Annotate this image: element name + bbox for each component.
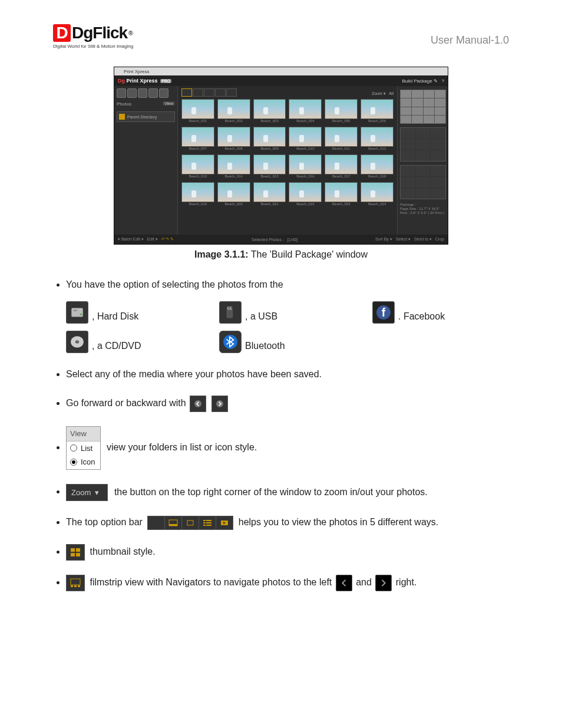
- bullet-select-media: Select any of the media where your photo…: [66, 367, 509, 381]
- svg-rect-25: [71, 579, 80, 585]
- bullet-filmstrip: filmstrip view with Navigators to naviga…: [66, 575, 509, 591]
- svg-rect-27: [74, 585, 77, 587]
- bluetooth-icon: [219, 331, 242, 353]
- svg-rect-26: [71, 585, 73, 587]
- window-titlebar: Print Xpress: [114, 67, 448, 75]
- thumb-grid: Beach_001 Beach_002 Beach_003 Beach_004 …: [181, 99, 394, 207]
- view-dropdown: View List Icon: [66, 426, 101, 470]
- build-package-screenshot: Print Xpress Dg Print Xpress PRO Build P…: [114, 67, 448, 245]
- zoom-button: Zoom ▾: [66, 484, 108, 502]
- svg-text:f: f: [382, 306, 386, 319]
- bullet-view-style: View List Icon view your folders in list…: [66, 426, 509, 470]
- logo: D DgFlick ® Digital World for Still & Mo…: [53, 24, 133, 49]
- filmstrip-icon: [66, 575, 85, 591]
- logo-d-icon: D: [53, 24, 71, 42]
- usb-icon: [219, 301, 242, 324]
- svg-point-13: [216, 400, 223, 407]
- svg-rect-17: [203, 520, 206, 521]
- nav-left-icon: [336, 575, 352, 591]
- svg-rect-28: [78, 585, 80, 587]
- svg-rect-19: [203, 522, 206, 523]
- bullet-select-source: You have the option of selecting the pho…: [66, 278, 509, 353]
- page-header: D DgFlick ® Digital World for Still & Mo…: [53, 24, 509, 49]
- svg-rect-5: [229, 307, 230, 308]
- source-icons: [117, 88, 175, 98]
- source-harddisk: , Hard Disk: [66, 301, 219, 324]
- svg-rect-16: [187, 521, 193, 525]
- left-panel: PhotosView Parent Directory: [114, 86, 178, 235]
- svg-point-1: [80, 314, 82, 315]
- svg-rect-2: [74, 310, 78, 311]
- svg-rect-6: [231, 307, 232, 308]
- instruction-list: You have the option of selecting the pho…: [53, 278, 509, 591]
- bullet-topbar: The top option bar helps you to view the…: [66, 515, 509, 530]
- bullet-zoom: Zoom ▾ the button on the top right corne…: [66, 484, 509, 502]
- view-option-bar: [147, 516, 233, 530]
- source-cddvd: , a CD/DVD: [66, 331, 219, 353]
- source-bluetooth: Bluetooth: [219, 331, 372, 353]
- figure-caption: Image 3.1.1: The 'Build Package' window: [53, 249, 509, 260]
- bottom-bar: ▾ Batch Edit ▾ Edit ▾ ↶ ↷ ✎ Selected Pho…: [114, 235, 448, 244]
- facebook-icon: f: [372, 301, 395, 324]
- svg-rect-21: [203, 525, 206, 526]
- svg-rect-22: [206, 525, 211, 526]
- logo-text: DgFlick: [72, 24, 127, 42]
- parent-directory: Parent Directory: [117, 111, 175, 122]
- svg-rect-20: [206, 522, 211, 523]
- bullet-nav: Go forward or backward with: [66, 396, 509, 412]
- back-icon: [190, 396, 206, 412]
- svg-rect-15: [169, 524, 177, 526]
- logo-tagline: Digital World for Still & Motion Imaging: [53, 44, 133, 49]
- thumbnail-style-icon: [66, 544, 85, 561]
- forward-icon: [211, 396, 228, 412]
- nav-right-icon: [375, 575, 392, 591]
- cddvd-icon: [66, 331, 88, 353]
- source-usb: , a USB: [219, 301, 372, 324]
- harddisk-icon: [66, 301, 88, 324]
- svg-rect-0: [71, 308, 83, 317]
- svg-point-12: [194, 400, 201, 407]
- right-panel: Package : Page Size : 11.7" X 16.5" Prin…: [397, 86, 448, 235]
- svg-point-10: [75, 340, 80, 343]
- app-topbar: Dg Print Xpress PRO Build Package ✎ ?: [114, 75, 448, 86]
- thumbnail-area: Zoom ▾ All Beach_001 Beach_002 Beach_003…: [178, 86, 397, 235]
- source-facebook: f . Facebook: [372, 301, 509, 324]
- header-right: User Manual-1.0: [431, 34, 509, 47]
- svg-rect-4: [227, 310, 233, 318]
- svg-rect-18: [206, 520, 211, 521]
- bullet-thumbnail-style: thumbnail style.: [66, 544, 509, 561]
